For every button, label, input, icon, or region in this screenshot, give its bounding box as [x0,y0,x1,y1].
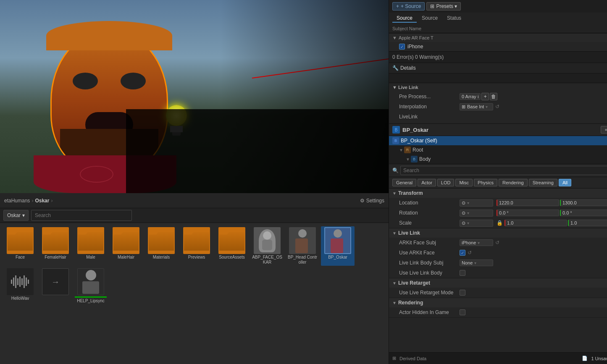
folder-icon [218,227,245,254]
asset-search-input[interactable] [31,210,132,221]
waveform-icon [7,268,34,295]
live-link-section-label: ▼ Live Link [392,85,418,90]
tab-source-2[interactable]: Source [418,14,442,23]
asset-label: HELP_Lipsync [77,299,105,304]
list-item[interactable]: Previews [180,226,213,266]
interpolation-dropdown[interactable]: ⊞ Base Int ▾ [460,103,493,110]
list-item[interactable]: ABP_FACE_OSKAR [250,226,284,266]
breadcrumb-child[interactable]: Oskar [35,198,49,204]
pre-process-value[interactable]: 0 Array i [460,93,481,100]
tab-all[interactable]: All [559,179,571,186]
tab-status[interactable]: Status [443,14,465,23]
asset-label: SourceAssets [219,255,245,260]
rotation-y-input[interactable] [560,209,607,216]
svg-rect-2 [15,275,16,288]
list-item[interactable]: BP_Head Controller [286,226,319,266]
pre-process-label: Pre Process... [399,94,458,100]
list-item[interactable]: BP_Oskar [321,226,355,266]
body-subj-dropdown[interactable]: None ▾ [460,259,493,266]
tab-physics[interactable]: Physics [474,179,497,186]
scale-x-input[interactable] [505,220,567,226]
reset-use-arkit-button[interactable]: ↺ [466,249,473,256]
add-source-button[interactable]: + + Source [392,2,425,10]
folder-icon [42,227,69,254]
rendering-section-header[interactable]: ▼ Rendering [389,298,607,307]
tab-rendering[interactable]: Rendering [499,179,528,186]
hierarchy-self-item[interactable]: B BP_Oskar (Self) [389,136,607,145]
delete-array-button[interactable]: 🗑 [490,93,497,100]
unsaved-count-label: 1 Unsaved [591,356,607,361]
transform-section-header[interactable]: ▼ Transform [389,189,607,198]
live-retarget-section-header[interactable]: ▼ Live Retarget [389,278,607,288]
livelink-section-header[interactable]: ▼ Live Link [389,228,607,238]
live-link-body-subj-row: Live Link Body Subj None ▾ [389,258,607,268]
breadcrumb-root[interactable]: etaHumans [4,198,30,204]
list-item[interactable]: HelloWav [3,267,37,304]
list-item[interactable]: SourceAssets [215,226,249,266]
svg-rect-3 [17,278,18,285]
use-arkit-face-checkbox[interactable]: ✓ [460,250,465,256]
asset-folder-dropdown[interactable]: Oskar ▾ [3,210,29,221]
scale-y-input[interactable] [568,220,607,226]
arkit-face-subj-dropdown[interactable]: iPhone ▾ [460,239,493,246]
section-expand-icon: ▼ [392,191,397,196]
derived-data-label: Derived Data [399,356,426,361]
search-icon: 🔍 [392,168,399,173]
tab-source-1[interactable]: Source [392,14,417,23]
scale-dropdown[interactable]: ⊙ ▾ [460,220,493,227]
tab-general[interactable]: General [392,179,416,186]
folder-icon [148,227,175,254]
list-item[interactable]: Face [3,226,37,266]
list-item[interactable]: FemaleHair [39,226,72,266]
list-item[interactable]: HELP_Lipsync [74,267,108,304]
presets-button[interactable]: ⊞ Presets ▾ [426,2,461,10]
location-dropdown[interactable]: ⊙ ▾ [460,199,493,207]
wrench-icon: 🔧 [392,65,399,71]
body-icon: B [411,156,418,162]
location-y-input[interactable] [560,199,607,206]
list-item[interactable]: MaleHair [109,226,143,266]
svg-rect-6 [24,275,25,288]
presets-icon: ⊞ [430,3,434,9]
asset-label: MaleHair [118,255,134,260]
hierarchy-root-label: Root [413,147,607,153]
hierarchy-body-item[interactable]: ▼ B Body Edit in Blueprint [389,155,607,164]
rotation-dropdown[interactable]: ⊙ ▾ [460,209,493,217]
error-count-text: 0 Error(s) 0 Warning(s) [392,54,444,60]
tab-misc[interactable]: Misc [455,179,473,186]
location-mode-icon: ⊙ [462,200,465,206]
svg-rect-1 [13,278,14,286]
list-item[interactable]: Male [74,226,108,266]
rendering-section-title: Rendering [398,300,423,306]
tab-lod[interactable]: LOD [437,179,455,186]
asset-label: BP_Oskar [328,255,347,260]
folder-icon [113,227,139,254]
source-btn-label: + Source [401,3,421,9]
error-bar: 0 Error(s) 0 Warning(s) CLEAR [389,51,607,63]
reset-arkit-button[interactable]: ↺ [494,239,501,246]
lock-scale-button[interactable]: 🔒 [497,220,503,226]
source-item-row[interactable]: ✓ iPhone Basic → [389,42,607,51]
use-live-link-body-checkbox[interactable] [460,270,465,276]
tab-streaming[interactable]: Streaming [529,179,557,186]
add-component-button[interactable]: + + Add [601,126,607,134]
section-expand-icon: ▼ [392,301,397,305]
reset-interpolation-button[interactable]: ↺ [494,103,501,110]
root-icon: R [404,147,411,153]
hierarchy-root-item[interactable]: ▼ R Root Edit in Blueprint [389,145,607,155]
add-array-button[interactable]: + [481,93,489,100]
settings-button[interactable]: ⚙ Settings [360,198,384,204]
character-icon [324,227,351,254]
rotation-x-input[interactable] [497,209,559,216]
source-group-name: Apple AR Face T [399,35,434,40]
list-item[interactable]: Materials [145,226,178,266]
rotation-mode-icon: ⊙ [462,210,465,216]
list-item[interactable]: → [39,267,72,304]
use-live-retarget-mode-checkbox[interactable] [460,290,465,296]
actor-hidden-checkbox[interactable] [460,309,465,315]
source-checkbox[interactable]: ✓ [399,44,405,50]
details-search-input[interactable] [400,166,607,175]
tab-actor[interactable]: Actor [418,179,436,186]
location-x-input[interactable] [497,199,559,206]
expand-arrow-icon: ▼ [406,157,411,162]
